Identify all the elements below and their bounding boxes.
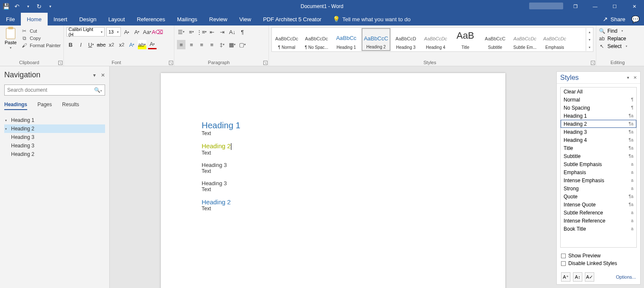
style-gallery-item[interactable]: AaBbCcDc¶ Normal (272, 28, 301, 51)
italic-button[interactable]: I (77, 40, 85, 49)
borders-button[interactable]: ▢▾ (238, 40, 247, 49)
cut-button[interactable]: ✂Cut (21, 28, 61, 34)
tab-view[interactable]: View (233, 13, 257, 25)
bold-button[interactable]: B (66, 40, 75, 49)
style-inspector-button[interactable]: A↕ (573, 272, 582, 282)
nav-tab-results[interactable]: Results (62, 102, 79, 110)
change-case-button[interactable]: Aa▾ (143, 27, 151, 37)
multilevel-list-button[interactable]: ⋮≡▾ (197, 27, 206, 37)
tab-references[interactable]: References (131, 13, 171, 25)
justify-button[interactable]: ≡ (208, 40, 216, 49)
navigation-search-input[interactable]: Search document 🔍▾ (4, 85, 105, 96)
styles-pane-item[interactable]: Heading 4¶a (561, 136, 636, 144)
tab-review[interactable]: Review (203, 13, 234, 25)
styles-pane-item[interactable]: Subtle Referencea (561, 209, 636, 217)
clear-formatting-button[interactable]: A⌫ (153, 27, 162, 37)
clipboard-launcher-icon[interactable]: ↘ (58, 61, 63, 65)
copy-button[interactable]: ⧉Copy (21, 35, 61, 41)
tab-pdf-architect-5-creator[interactable]: PDF Architect 5 Creator (257, 13, 327, 25)
styles-pane-item[interactable]: No Spacing¶ (561, 104, 636, 112)
underline-button[interactable]: U▾ (87, 40, 95, 49)
gallery-more-icon[interactable]: ▾ (586, 43, 593, 51)
doc-txt[interactable]: Text (202, 186, 464, 192)
doc-txt[interactable]: Text (202, 150, 464, 156)
highlight-button[interactable]: ab▾ (138, 40, 146, 49)
styles-pane-item[interactable]: Stronga (561, 184, 636, 192)
comments-icon[interactable]: 💬 (631, 13, 640, 25)
doc-txt[interactable]: Text (202, 206, 464, 212)
style-gallery-item[interactable]: AaBbCcDcEmphasis (540, 28, 569, 51)
styles-pane-item[interactable]: Intense Referencea (561, 217, 636, 225)
save-icon[interactable]: 💾 (3, 3, 9, 10)
share-button[interactable]: ↗ Share (603, 13, 625, 25)
styles-options-link[interactable]: Options... (616, 274, 636, 280)
superscript-button[interactable]: x2 (117, 40, 126, 49)
doc-h2[interactable]: Heading 2 (202, 142, 464, 150)
styles-pane-close-icon[interactable]: ✕ (633, 75, 637, 80)
replace-button[interactable]: abReplace (599, 36, 641, 42)
styles-pane-item[interactable]: Book Titlea (561, 225, 636, 233)
font-name-combo[interactable]: Calibri Light (H▾ (66, 27, 105, 37)
show-preview-checkbox[interactable]: Show Preview (561, 253, 636, 259)
styles-pane-item[interactable]: Heading 2¶a (561, 120, 636, 128)
document-canvas[interactable]: Heading 1TextHeading 2TextHeading 3TextH… (110, 66, 556, 288)
styles-pane-item[interactable]: Subtle Emphasisa (561, 160, 636, 168)
new-style-button[interactable]: A⁺ (561, 272, 570, 282)
style-gallery-item[interactable]: AaBbCcDc¶ No Spac... (302, 28, 331, 51)
shading-button[interactable]: ▦▾ (228, 40, 237, 49)
styles-pane-item[interactable]: Intense Emphasisa (561, 176, 636, 184)
numbering-button[interactable]: ≡▾ (187, 27, 196, 37)
increase-indent-button[interactable]: ⇥ (218, 27, 226, 37)
nav-tab-headings[interactable]: Headings (4, 102, 27, 110)
styles-launcher-icon[interactable]: ↘ (591, 61, 595, 65)
redo-icon[interactable]: ↻ (36, 3, 43, 10)
style-gallery-item[interactable]: AaBbCcCHeading 2 (362, 28, 390, 51)
nav-heading-node[interactable]: Heading 3 (4, 141, 105, 150)
font-color-button[interactable]: A▾ (148, 40, 157, 49)
text-effects-button[interactable]: A▾ (128, 40, 136, 49)
doc-h3[interactable]: Heading 3 (202, 180, 464, 186)
doc-txt[interactable]: Text (202, 168, 464, 174)
style-gallery-item[interactable]: AaBbCcDcHeading 4 (421, 28, 450, 51)
find-button[interactable]: 🔍Find▾ (599, 28, 641, 34)
paragraph-launcher-icon[interactable]: ↘ (263, 61, 268, 65)
manage-styles-button[interactable]: A✓ (585, 272, 594, 282)
tab-mailings[interactable]: Mailings (171, 13, 203, 25)
style-gallery-item[interactable]: AaBbCcDHeading 3 (391, 28, 420, 51)
decrease-indent-button[interactable]: ⇤ (208, 27, 216, 37)
style-gallery-item[interactable]: AaBbCcHeading 1 (332, 28, 361, 51)
navigation-close-icon[interactable]: ✕ (101, 72, 105, 78)
line-spacing-button[interactable]: ‡▾ (218, 40, 226, 49)
document-page[interactable]: Heading 1TextHeading 2TextHeading 3TextH… (161, 73, 505, 288)
styles-pane-item[interactable]: Heading 1¶a (561, 112, 636, 120)
format-painter-button[interactable]: 🖌Format Painter (21, 42, 61, 48)
nav-heading-node[interactable]: Heading 3 (4, 133, 105, 141)
disable-linked-checkbox[interactable]: Disable Linked Styles (561, 260, 636, 266)
bullets-button[interactable]: ☰▾ (177, 27, 185, 37)
paste-button[interactable]: Paste ▾ (3, 27, 19, 53)
doc-txt[interactable]: Text (202, 130, 464, 136)
align-right-button[interactable]: ≡ (197, 40, 206, 49)
tab-layout[interactable]: Layout (103, 13, 131, 25)
style-gallery-item[interactable]: AaBbCcCSubtitle (481, 28, 510, 51)
grow-font-button[interactable]: A▴ (123, 27, 131, 37)
doc-h2b[interactable]: Heading 2 (202, 198, 464, 206)
tab-design[interactable]: Design (73, 13, 102, 25)
paste-dropdown-icon[interactable]: ▾ (10, 46, 11, 50)
styles-pane-item[interactable]: Quote¶a (561, 192, 636, 200)
gallery-down-icon[interactable]: ▾ (586, 36, 593, 43)
doc-h1[interactable]: Heading 1 (202, 121, 464, 130)
strikethrough-button[interactable]: abc (97, 40, 105, 49)
select-button[interactable]: ↖Select▾ (599, 43, 641, 49)
maximize-button[interactable]: ☐ (605, 0, 624, 13)
qat-customize-icon[interactable]: ▾ (47, 3, 54, 10)
undo-dropdown-icon[interactable]: ▾ (25, 3, 31, 10)
account-name[interactable] (529, 3, 563, 9)
align-center-button[interactable]: ≡ (187, 40, 196, 49)
sort-button[interactable]: A↓ (228, 27, 237, 37)
styles-pane-item[interactable]: Heading 3¶a (561, 128, 636, 136)
tab-home[interactable]: Home (21, 13, 48, 25)
styles-pane-dropdown-icon[interactable]: ▾ (627, 75, 629, 80)
styles-pane-item[interactable]: Title¶a (561, 144, 636, 152)
tab-insert[interactable]: Insert (48, 13, 74, 25)
